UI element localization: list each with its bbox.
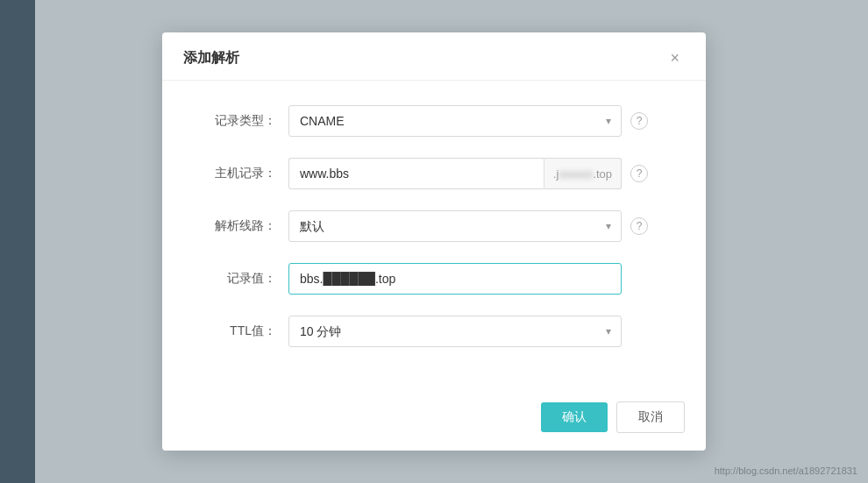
host-record-row: 主机记录： .jxxxxxx.top ? (197, 158, 671, 189)
record-type-select-wrapper: CNAME A MX TXT ▾ (288, 105, 622, 137)
host-record-label: 主机记录： (197, 166, 276, 181)
record-type-label: 记录类型： (197, 113, 276, 129)
confirm-button[interactable]: 确认 (541, 402, 608, 432)
record-type-row: 记录类型： CNAME A MX TXT ▾ ? (197, 105, 671, 137)
record-value-label: 记录值： (197, 271, 276, 287)
parse-line-control: 默认 电信 联通 移动 ▾ ? (288, 210, 671, 242)
ttl-select-wrapper: 10 分钟 1 分钟 2 分钟 5 分钟 30 分钟 1 小时 ▾ (288, 316, 622, 347)
dialog-header: 添加解析 × (162, 32, 706, 81)
host-input-wrap: .jxxxxxx.top (288, 158, 622, 189)
close-button[interactable]: × (665, 48, 685, 67)
ttl-label: TTL值： (197, 323, 276, 339)
cancel-button[interactable]: 取消 (616, 401, 685, 433)
parse-line-select[interactable]: 默认 电信 联通 移动 (288, 210, 622, 242)
blurred-domain: xxxxxx (559, 167, 593, 181)
record-type-select[interactable]: CNAME A MX TXT (288, 105, 622, 137)
dialog-body: 记录类型： CNAME A MX TXT ▾ ? 主 (162, 81, 706, 389)
ttl-select[interactable]: 10 分钟 1 分钟 2 分钟 5 分钟 30 分钟 1 小时 (288, 316, 622, 347)
dialog-footer: 确认 取消 (162, 389, 706, 451)
host-record-control: .jxxxxxx.top ? (288, 158, 671, 189)
record-value-control (288, 263, 671, 295)
host-record-input[interactable] (288, 158, 544, 189)
host-domain-suffix: .jxxxxxx.top (544, 158, 622, 189)
parse-line-select-wrapper: 默认 电信 联通 移动 ▾ (288, 210, 622, 242)
record-value-input[interactable] (288, 263, 622, 295)
record-type-help-icon[interactable]: ? (630, 112, 648, 130)
parse-line-help-icon[interactable]: ? (630, 217, 648, 235)
add-dns-dialog: 添加解析 × 记录类型： CNAME A MX TXT ▾ (162, 32, 706, 451)
parse-line-label: 解析线路： (197, 218, 276, 234)
record-value-row: 记录值： (197, 263, 671, 295)
dialog-title: 添加解析 (183, 49, 239, 67)
ttl-control: 10 分钟 1 分钟 2 分钟 5 分钟 30 分钟 1 小时 ▾ (288, 316, 671, 347)
host-record-help-icon[interactable]: ? (630, 165, 648, 182)
dialog-backdrop: 添加解析 × 记录类型： CNAME A MX TXT ▾ (0, 0, 868, 483)
ttl-row: TTL值： 10 分钟 1 分钟 2 分钟 5 分钟 30 分钟 1 小时 ▾ (197, 316, 671, 347)
record-type-control: CNAME A MX TXT ▾ ? (288, 105, 671, 137)
parse-line-row: 解析线路： 默认 电信 联通 移动 ▾ ? (197, 210, 671, 242)
